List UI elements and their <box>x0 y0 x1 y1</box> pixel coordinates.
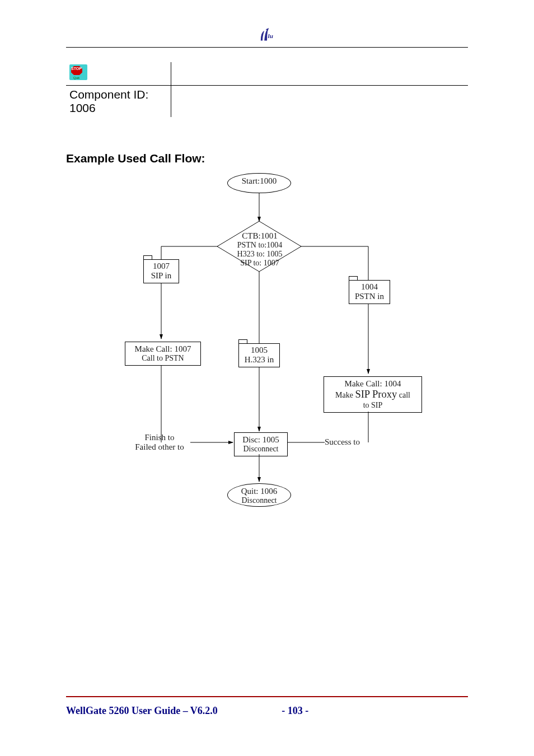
header-logo: lu <box>66 28 468 47</box>
flow-make-call-1004: Make Call: 1004 Make SIP Proxy call to S… <box>324 376 422 413</box>
page-footer: WellGate 5260 User Guide – V6.2.0 - 103 … <box>66 692 468 717</box>
flow-disc: Disc: 1005 Disconnect <box>234 432 288 456</box>
svg-text:lu: lu <box>268 32 273 39</box>
flowchart: Start:1000 CTB:1001 PSTN to:1004 H323 to… <box>94 165 452 524</box>
flow-finish-failed-label: Finish to Failed other to <box>129 433 190 452</box>
header-divider <box>66 47 468 48</box>
flow-h323-in: 1005 H.323 in <box>238 343 280 367</box>
component-id-cell: Component ID: 1006 <box>66 86 171 118</box>
footer-doc-title: WellGate 5260 User Guide – V6.2.0 <box>66 705 218 716</box>
flow-ctb: CTB:1001 PSTN to:1004 H323 to: 1005 SIP … <box>233 231 287 268</box>
footer-page-number: - 103 - <box>282 705 308 717</box>
flow-make-call-1007: Make Call: 1007 Call to PSTN <box>125 342 201 366</box>
section-heading: Example Used Call Flow: <box>66 152 468 165</box>
flow-success-label: Success to <box>325 437 373 447</box>
flow-sip-in: 1007 SIP in <box>143 259 179 283</box>
stop-quit-icon: STOP Quit <box>69 64 87 80</box>
flow-quit: Quit: 1006 Disconnect <box>227 483 291 507</box>
component-table: STOP Quit Component ID: 1006 <box>66 62 468 117</box>
flow-pstn-in: 1004 PSTN in <box>349 280 390 304</box>
flow-start: Start:1000 <box>227 173 291 193</box>
